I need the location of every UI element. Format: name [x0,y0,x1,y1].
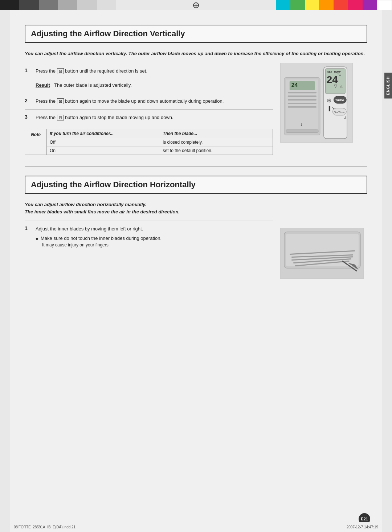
svg-rect-19 [288,92,317,93]
svg-text:Turbo: Turbo [335,98,344,102]
result-text: The outer blade is adjusted vertically. [54,82,132,88]
english-language-tab: ENGLISH [384,73,392,98]
section-horizontal-title-box: Adjusting the Airflow Direction Horizont… [25,176,367,194]
horizontal-step-1: 1 Adjust the inner blades by moving them… [25,221,273,253]
svg-text:°C: °C [337,73,341,76]
sub-note-text: It may cause injury on your fingers. [42,242,162,248]
svg-text:▽: ▽ [334,83,338,89]
note-header-col1: If you turn the air conditioner... [47,129,160,138]
note-box: Note If you turn the air conditioner... … [25,129,273,155]
swatch-cyan [276,0,290,10]
note-header-col2: Then the blade... [160,129,273,138]
section-horizontal-title: Adjusting the Airflow Direction Horizont… [31,180,196,189]
section-vertical-title-box: Adjusting the Airflow Direction Vertical… [25,25,367,43]
svg-rect-26 [286,130,318,132]
section-vertical-intro: You can adjust the airflow direction ver… [25,50,367,57]
crosshair-icon: ⊕ [192,0,200,10]
horizontal-step-1-text: Adjust the inner blades by moving them l… [36,225,162,248]
step-3-text: Press the ⊡ button again to stop the bla… [36,114,173,121]
swatch-darkgray [19,0,38,10]
svg-rect-22 [288,103,317,104]
svg-text:△: △ [340,84,343,88]
section-vertical-title: Adjusting the Airflow Direction Vertical… [31,29,185,38]
right-swatches [276,0,392,10]
section-horizontal-intro: You can adjust airflow direction horizon… [25,201,367,215]
footer-right-text: 2007-12-7 14:47:19 [347,525,378,529]
svg-text:▐: ▐ [327,106,331,111]
svg-rect-20 [288,95,317,97]
note-table-header: If you turn the air conditioner... Then … [47,129,273,138]
step-3: 3 Press the ⊡ button again to stop the b… [25,109,273,126]
swatch-lighter [77,0,97,10]
remote-svg: SET TEMP 24 °C ▽ △ Turbo ❄ [281,63,352,142]
note-cell-2-1: On [47,147,160,155]
footer-left-text: 08'FORTE_28591A_IB_E(DÅ).indd 21 [14,525,75,529]
step-2: 2 Press the ⊡ button again to move the b… [25,93,273,109]
swatch-lightgray [58,0,77,10]
step-2-button-icon: ⊡ [57,98,64,104]
horizontal-step-1-num: 1 [25,225,32,248]
section-vertical: Adjusting the Airflow Direction Vertical… [25,25,367,155]
svg-text:SET: SET [327,70,332,73]
section-divider [25,166,367,167]
top-color-bar: ⊕ [0,0,392,10]
svg-text:❄: ❄ [327,98,331,104]
svg-text:↕: ↕ [300,122,302,127]
step-2-text: Press the ⊡ button again to move the bla… [36,98,224,105]
swatch-black [0,0,19,10]
swatch-gray [39,0,58,10]
swatch-lightest [97,0,116,10]
top-center: ⊕ [116,0,276,10]
horizontal-steps-left: 1 Adjust the inner blades by moving them… [25,221,273,279]
note-cell-1-1: Off [47,138,160,146]
note-label: Note [25,129,47,155]
horizontal-steps-area: 1 Adjust the inner blades by moving them… [25,221,367,279]
page-content: Adjusting the Airflow Direction Vertical… [10,10,382,522]
note-cell-1-2: is closed completely. [160,138,273,146]
section-horizontal: Adjusting the Airflow Direction Horizont… [25,176,367,279]
swatch-white [377,0,392,10]
svg-text:On Timer: On Timer [334,110,346,114]
svg-rect-23 [288,106,317,107]
swatch-red [334,0,348,10]
swatch-purple [363,0,377,10]
step-1-text: Press the ⊡ button until the required di… [36,67,147,89]
swatch-green [290,0,305,10]
step-1-button-icon: ⊡ [57,68,64,74]
vertical-steps-area: 1 Press the ⊡ button until the required … [25,63,367,155]
remote-illustration-area: SET TEMP 24 °C ▽ △ Turbo ❄ [280,63,367,155]
step-3-num: 3 [25,114,32,121]
svg-rect-21 [288,99,317,101]
svg-text:24: 24 [291,82,298,88]
step-1-num: 1 [25,67,32,89]
remote-control-image: SET TEMP 24 °C ▽ △ Turbo ❄ [280,63,353,143]
left-swatches [0,0,116,10]
note-table: If you turn the air conditioner... Then … [47,129,273,155]
swatch-yellow [305,0,319,10]
vertical-steps-left: 1 Press the ⊡ button until the required … [25,63,273,155]
svg-text:↺: ↺ [343,115,346,119]
swatch-orange [319,0,334,10]
result-label: Result [36,82,50,89]
note-cell-2-2: set to the default position. [160,147,273,155]
swatch-pink [348,0,363,10]
step-1: 1 Press the ⊡ button until the required … [25,63,273,93]
horizontal-airflow-image [280,228,364,279]
note-row-1: Off is closed completely. [47,138,273,147]
step-2-num: 2 [25,98,32,105]
horizontal-airflow-svg [281,228,364,279]
note-row-2: On set to the default position. [47,147,273,155]
horizontal-image-area [280,221,367,279]
sub-step-text: Make sure do not touch the inner blades … [36,235,162,242]
footer-bar: 08'FORTE_28591A_IB_E(DÅ).indd 21 2007-12… [10,522,382,532]
step-3-button-icon: ⊡ [57,115,64,120]
